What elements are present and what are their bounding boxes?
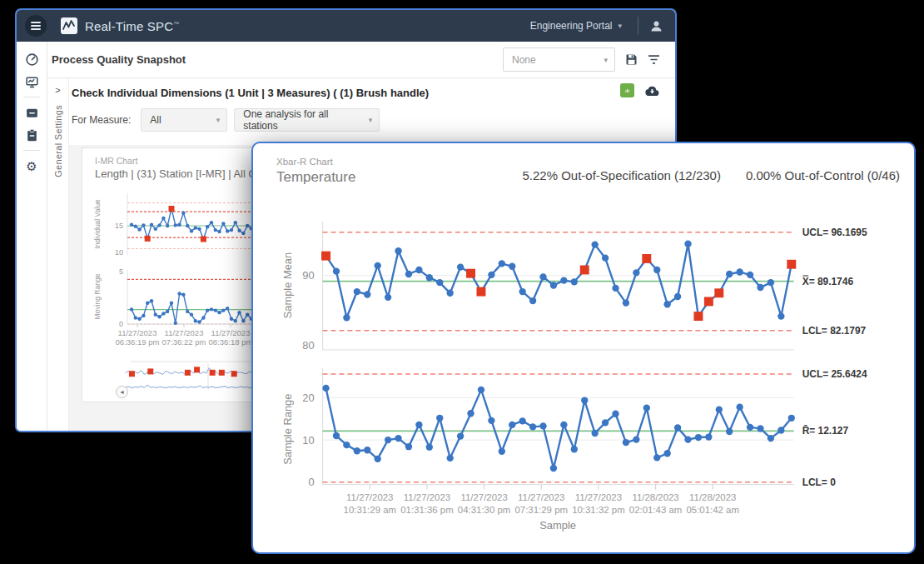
bar-chart-icon[interactable] (620, 83, 634, 97)
svg-text:11/28/2023: 11/28/2023 (689, 493, 736, 503)
svg-text:11/27/2023: 11/27/2023 (346, 493, 393, 503)
svg-text:Sample: Sample (539, 519, 576, 532)
cloud-download-icon[interactable] (644, 85, 660, 97)
app-logo-chart-icon (60, 17, 78, 35)
menu-icon[interactable] (25, 15, 47, 37)
imr-chart-type-label: I-MR Chart (95, 156, 137, 166)
panel-card-icon[interactable] (19, 102, 44, 122)
app-header: Real-Time SPC™ Engineering Portal ▾ (17, 10, 675, 42)
svg-text:80: 80 (302, 340, 314, 352)
svg-text:07:31:29 pm: 07:31:29 pm (514, 505, 568, 515)
left-icon-rail: ⚙ (17, 42, 47, 431)
svg-text:10:31:32 pm: 10:31:32 pm (572, 505, 625, 515)
svg-text:5: 5 (119, 267, 123, 276)
svg-text:10:31:29 am: 10:31:29 am (344, 505, 397, 515)
svg-text:0: 0 (308, 476, 314, 488)
svg-text:11/27/2023: 11/27/2023 (575, 493, 622, 503)
general-settings-label: General Settings (53, 105, 63, 177)
svg-text:X̿= 89.1746: X̿= 89.1746 (802, 275, 854, 287)
report-preset-select[interactable]: None ▾ (503, 47, 615, 72)
svg-text:90: 90 (302, 269, 314, 282)
caret-down-icon: ▾ (216, 116, 221, 124)
for-measure-label: For Measure: (72, 114, 131, 126)
analysis-scope-select[interactable]: One analysis for all stations ▾ (234, 108, 380, 132)
save-icon[interactable] (625, 53, 638, 66)
rail-divider (23, 97, 40, 97)
svg-text:11/28/2023: 11/28/2023 (632, 493, 678, 503)
xbar-r-chart-plot[interactable]: 9080UCL= 96.1695X̿= 89.1746LCL= 82.1797S… (253, 143, 914, 552)
svg-text:11/27/2023: 11/27/2023 (518, 493, 564, 503)
next-chart-preview-strip[interactable] (119, 357, 261, 402)
svg-text:Individual Value: Individual Value (93, 199, 102, 249)
monitor-chart-icon[interactable] (19, 72, 44, 92)
xbar-r-chart-window: Xbar-R Chart Temperature 5.22% Out-of-Sp… (251, 142, 916, 554)
svg-text:20: 20 (302, 392, 314, 404)
report-preset-value: None (512, 54, 536, 66)
svg-text:Sample Range: Sample Range (281, 394, 294, 465)
caret-down-icon: ▾ (369, 116, 373, 124)
svg-text:LCL= 82.1797: LCL= 82.1797 (802, 325, 867, 337)
general-settings-panel: > General Settings (47, 78, 69, 431)
snapshot-toolbar: Process Quality Snapshot None ▾ (47, 42, 675, 78)
individual-value-chart[interactable]: 1510Individual Value (90, 188, 265, 258)
svg-text:UCL= 25.6424: UCL= 25.6424 (802, 368, 867, 380)
page-title: Process Quality Snapshot (52, 53, 186, 66)
expand-panel-chevron-icon[interactable]: > (52, 83, 63, 97)
previous-chart-button[interactable]: ◂ (116, 386, 128, 398)
measure-select[interactable]: All ▾ (141, 108, 227, 132)
rail-divider (23, 150, 40, 151)
portal-dropdown[interactable]: Engineering Portal ▾ (525, 19, 627, 32)
svg-text:05:01:42 am: 05:01:42 am (686, 505, 739, 515)
svg-text:02:01:43 am: 02:01:43 am (629, 505, 683, 515)
svg-text:LCL= 0: LCL= 0 (802, 477, 836, 488)
clipboard-icon[interactable] (19, 125, 44, 145)
screenshot-canvas: Real-Time SPC™ Engineering Portal ▾ (0, 0, 924, 564)
analysis-scope-value: One analysis for all stations (243, 108, 359, 132)
app-title: Real-Time SPC™ (85, 19, 179, 33)
analysis-section-title: Check Individual Dimensions (1 Unit | 3 … (72, 87, 429, 99)
svg-text:0: 0 (119, 320, 123, 327)
settings-gear-icon[interactable]: ⚙ (19, 156, 44, 176)
user-icon[interactable] (649, 19, 663, 33)
svg-text:UCL= 96.1695: UCL= 96.1695 (802, 227, 867, 238)
svg-text:R̄= 12.127: R̄= 12.127 (802, 425, 849, 437)
dashboard-gauge-icon[interactable] (19, 49, 44, 69)
header-divider (638, 17, 638, 35)
svg-text:10: 10 (115, 248, 123, 257)
svg-text:04:31:30 pm: 04:31:30 pm (458, 505, 511, 515)
svg-text:10: 10 (302, 434, 314, 447)
caret-down-icon: ▾ (618, 22, 622, 30)
svg-text:Moving Range: Moving Range (93, 273, 102, 319)
svg-text:Sample Mean: Sample Mean (281, 252, 294, 319)
measure-select-value: All (150, 114, 161, 126)
moving-range-chart[interactable]: 50Moving Range (90, 266, 265, 327)
svg-text:11/27/2023: 11/27/2023 (460, 493, 507, 503)
svg-text:11/27/2023: 11/27/2023 (404, 493, 450, 503)
filter-icon[interactable] (648, 54, 660, 65)
caret-down-icon: ▾ (604, 56, 608, 64)
svg-text:01:31:36 pm: 01:31:36 pm (400, 505, 454, 515)
svg-text:15: 15 (115, 222, 123, 230)
